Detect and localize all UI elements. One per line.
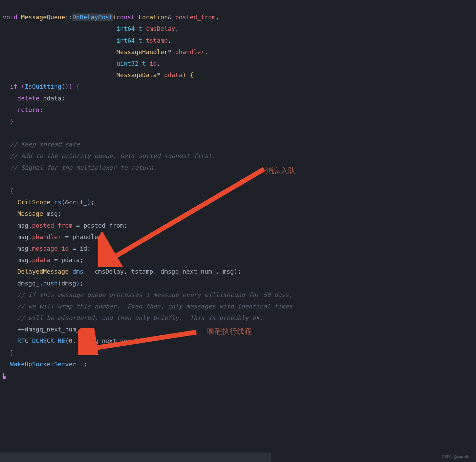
val-pdata: pdata: [61, 256, 80, 263]
scope-op: ::: [65, 14, 72, 21]
var-msg: msg: [47, 210, 58, 217]
fn-wakeupsocketserver: WakeUpSocketServer: [10, 361, 76, 368]
var-cs: cs: [54, 199, 62, 206]
val-posted-from: posted_from: [83, 222, 124, 229]
type-int64: int64_t: [116, 37, 142, 44]
comment-priority-queue: // Add to the priority queue. Gets sorte…: [10, 152, 216, 159]
param-posted-from: posted_from: [175, 14, 215, 21]
ampersand: &: [168, 14, 172, 21]
cursor-indicator: ▙: [3, 373, 5, 379]
var-pdata: pdata: [43, 95, 61, 102]
fn-rtc-dcheck-ne: RTC_DCHECK_NE: [17, 337, 65, 344]
fn-push: push: [43, 280, 58, 287]
member-phandler: phandler: [32, 233, 62, 240]
arg-cmsdelay: cmsDelay: [94, 268, 124, 275]
num-zero: 0: [69, 337, 72, 344]
fn-isquitting: IsQuitting: [25, 83, 61, 90]
keyword-void: void: [3, 14, 17, 21]
type-critscope: CritScope: [17, 199, 50, 206]
star: *: [168, 48, 172, 55]
code-editor[interactable]: void MessageQueue::DoDelayPost(const Loc…: [0, 0, 476, 382]
arg-dmsg: dmsg: [61, 280, 76, 287]
class-name: MessageQueue: [21, 14, 65, 21]
obj-msg: msg: [17, 256, 28, 263]
arg-msg: msg: [223, 268, 234, 275]
member-message-id: message_id: [32, 245, 69, 252]
obj-msg: msg: [17, 222, 28, 229]
paren-open: (: [113, 14, 116, 21]
annotation-wakeup: 唤醒执行线程: [207, 326, 252, 337]
keyword-return: return: [17, 106, 39, 113]
type-delayedmessage: DelayedMessage: [17, 268, 69, 275]
member-posted-from: posted_from: [32, 222, 72, 229]
keyword-if: if: [10, 83, 18, 90]
comment-50-days: // If this message queue processes 1 mes…: [17, 291, 293, 298]
obj-msg: msg: [17, 245, 28, 252]
keyword-const: const: [116, 14, 135, 21]
param-id: id: [150, 60, 157, 67]
watermark: CSDN @samxfb: [442, 455, 469, 459]
type-int64: int64_t: [116, 25, 142, 32]
comment-wrap: // we will wrap this number. Even then, …: [17, 303, 293, 310]
type-message: Message: [17, 210, 43, 217]
val-phandler: phandler: [72, 233, 102, 240]
type-messagedata: MessageData: [116, 71, 157, 78]
comment-signal: // Signal for the multiplexer to return.: [10, 164, 157, 171]
param-phandler: phandler: [175, 48, 204, 55]
type-messagehandler: MessageHandler: [116, 48, 168, 55]
val-id: id: [80, 245, 87, 252]
param-cmsdelay: cmsDelay: [146, 25, 175, 32]
selection-bar: [0, 453, 271, 462]
obj-dmsgq: dmsgq_: [17, 280, 39, 287]
var-dmsg: dms: [72, 268, 84, 275]
var-crit: crit_: [69, 199, 87, 206]
annotation-enqueue: 消息入队: [266, 166, 296, 176]
member-pdata: pdata: [32, 256, 50, 263]
param-tstamp: tstamp: [146, 37, 168, 44]
type-location: Location: [138, 14, 168, 21]
arg-dmsgq-next-num: dmsgq_next_num_: [160, 268, 216, 275]
keyword-delete: delete: [17, 95, 39, 102]
arg-tstamp: tstamp: [131, 268, 153, 275]
comment-misordered: // will be misordered, and then only bri…: [17, 314, 263, 321]
var-dmsgq-next-num: dmsgq_next_num_: [25, 326, 80, 333]
type-uint32: uint32_t: [116, 60, 146, 67]
comment-thread-safe: // Keep thread safe: [10, 141, 80, 148]
function-name: DoDelayPost: [72, 14, 113, 21]
obj-msg: msg: [17, 233, 28, 240]
star: *: [157, 71, 160, 78]
arg-dmsgq-next-num: dmsgq_next_num_: [80, 337, 135, 344]
param-pdata: pdata: [164, 71, 182, 78]
